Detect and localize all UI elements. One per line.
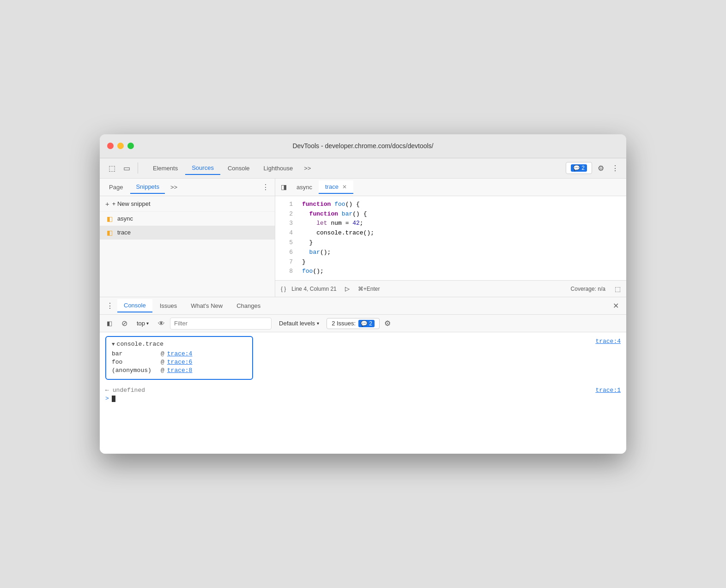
trace-header: ▼ console.trace <box>112 341 247 348</box>
collapse-sidebar-icon[interactable]: ◨ <box>277 180 290 193</box>
trace-row-bar: bar @ trace:4 <box>112 350 247 357</box>
line-numbers: 1 2 3 4 5 6 7 8 <box>275 200 298 276</box>
editor-tab-async[interactable]: async <box>290 181 319 193</box>
toolbar-right: 💬 2 ⚙ ⋮ <box>566 162 621 174</box>
tab-snippets[interactable]: Snippets <box>130 180 165 194</box>
trace-row-anon: (anonymous) @ trace:8 <box>112 367 247 374</box>
close-tab-icon[interactable]: ✕ <box>342 184 347 190</box>
console-content: ▼ console.trace bar @ trace:4 foo @ trac… <box>100 332 626 454</box>
default-levels-button[interactable]: Default levels ▾ <box>274 318 324 328</box>
code-line-2: function bar() { <box>302 210 623 219</box>
format-icon[interactable]: { } <box>281 286 286 292</box>
devtools-window: DevTools - developer.chrome.com/docs/dev… <box>100 134 626 454</box>
clear-console-icon[interactable]: ◧ <box>103 318 115 330</box>
main-area: Page Snippets >> ⋮ + + New snippet ◧ asy… <box>100 179 626 297</box>
prompt-chevron-icon: > <box>105 395 109 402</box>
coverage-text: Coverage: n/a <box>571 286 605 292</box>
line-num-2: 2 <box>281 210 293 219</box>
trace-link-bar[interactable]: trace:4 <box>167 350 193 357</box>
console-prompt[interactable]: > <box>105 395 621 402</box>
sidebar-item-trace[interactable]: ◧ trace <box>100 226 275 240</box>
trace-at-1: @ <box>161 359 164 366</box>
main-tabs: Elements Sources Console Lighthouse >> <box>146 162 564 175</box>
code-line-8: foo(); <box>302 267 623 276</box>
code-editor: 1 2 3 4 5 6 7 8 function foo() { functio… <box>275 196 626 280</box>
issues-count-button[interactable]: 2 Issues: 💬 2 <box>327 318 380 329</box>
tab-elements[interactable]: Elements <box>146 162 184 174</box>
line-num-6: 6 <box>281 248 293 258</box>
run-shortcut: ⌘+Enter <box>358 286 380 292</box>
sidebar-items: ◧ async ◧ trace <box>100 212 275 297</box>
undefined-location[interactable]: trace:1 <box>595 387 621 394</box>
chat-icon-2: 💬 <box>361 320 368 327</box>
editor-tabs: ◨ async trace ✕ <box>275 179 626 196</box>
sidebar-more-tabs-icon[interactable]: >> <box>167 181 181 193</box>
editor-status-bar: { } Line 4, Column 21 ▷ ⌘+Enter Coverage… <box>275 280 626 297</box>
undefined-row: ← undefined trace:1 <box>105 385 621 395</box>
trace-row-foo: foo @ trace:6 <box>112 359 247 366</box>
settings-icon[interactable]: ⚙ <box>596 162 606 174</box>
more-options-icon[interactable]: ⋮ <box>610 162 621 174</box>
run-button[interactable]: ▷ <box>342 284 352 294</box>
tab-issues-bottom[interactable]: Issues <box>153 300 184 312</box>
tab-console[interactable]: Console <box>221 162 256 174</box>
cursor-blink <box>112 396 115 402</box>
code-line-1: function foo() { <box>302 200 623 210</box>
tab-changes-bottom[interactable]: Changes <box>230 300 267 312</box>
trace-fn-bar: bar <box>112 350 158 357</box>
line-num-4: 4 <box>281 228 293 238</box>
close-bottom-panel-icon[interactable]: ✕ <box>609 300 623 312</box>
code-line-3: let num = 42; <box>302 219 623 228</box>
chevron-down-icon: ▾ <box>146 321 149 326</box>
more-tabs-icon[interactable]: >> <box>300 162 315 174</box>
issues-badge-button[interactable]: 💬 2 <box>566 162 592 174</box>
inspect-element-icon[interactable]: ⬚ <box>105 162 118 174</box>
prohibit-icon[interactable]: ⊘ <box>118 318 130 330</box>
file-orange-icon: ◧ <box>107 215 113 222</box>
minimize-button[interactable] <box>117 143 124 149</box>
file-orange-icon-2: ◧ <box>107 229 113 236</box>
filter-input[interactable] <box>170 318 272 330</box>
line-num-5: 5 <box>281 238 293 248</box>
console-toolbar: ◧ ⊘ top ▾ 👁 Default levels ▾ 2 Issues: 💬… <box>100 315 626 332</box>
top-context-selector[interactable]: top ▾ <box>133 318 152 328</box>
fullscreen-button[interactable] <box>127 143 134 149</box>
bottom-panel: ⋮ Console Issues What's New Changes ✕ ◧ … <box>100 297 626 454</box>
trace-link-anon[interactable]: trace:8 <box>167 367 193 374</box>
tab-console-bottom[interactable]: Console <box>117 299 152 312</box>
trace-at-0: @ <box>161 350 164 357</box>
sidebar: Page Snippets >> ⋮ + + New snippet ◧ asy… <box>100 179 275 297</box>
issues-badge-count: 💬 2 <box>358 320 375 327</box>
sidebar-item-async[interactable]: ◧ async <box>100 212 275 226</box>
eye-icon[interactable]: 👁 <box>155 318 167 330</box>
sidebar-menu-icon[interactable]: ⋮ <box>260 181 271 193</box>
coverage-icon[interactable]: ⬚ <box>615 285 621 293</box>
close-button[interactable] <box>107 143 114 149</box>
tab-lighthouse[interactable]: Lighthouse <box>257 162 300 174</box>
tab-page[interactable]: Page <box>103 181 128 193</box>
trace-fn-foo: foo <box>112 359 158 366</box>
trace-at-2: @ <box>161 367 164 374</box>
chat-icon: 💬 <box>573 165 580 171</box>
line-num-8: 8 <box>281 267 293 276</box>
bottom-panel-menu-icon[interactable]: ⋮ <box>103 300 116 312</box>
code-line-4: console.trace(); <box>302 228 623 238</box>
trace-group: ▼ console.trace bar @ trace:4 foo @ trac… <box>105 336 253 380</box>
editor-tab-trace[interactable]: trace ✕ <box>319 180 353 194</box>
bottom-tabs-bar: ⋮ Console Issues What's New Changes ✕ <box>100 297 626 315</box>
trace-link-foo[interactable]: trace:6 <box>167 359 193 366</box>
line-num-7: 7 <box>281 258 293 267</box>
trace-group-location[interactable]: trace:4 <box>595 338 621 345</box>
new-snippet-button[interactable]: + + New snippet <box>100 196 275 212</box>
device-toolbar-icon[interactable]: ▭ <box>120 162 133 174</box>
code-line-7: } <box>302 258 623 267</box>
tab-sources[interactable]: Sources <box>185 162 220 175</box>
line-num-3: 3 <box>281 219 293 228</box>
window-title: DevTools - developer.chrome.com/docs/dev… <box>292 142 433 150</box>
file-icon-async: ◧ <box>105 215 114 223</box>
console-settings-icon[interactable]: ⚙ <box>384 319 391 328</box>
tab-whats-new-bottom[interactable]: What's New <box>184 300 229 312</box>
traffic-lights <box>107 143 134 149</box>
expand-triangle-icon[interactable]: ▼ <box>112 342 115 347</box>
cursor-position: Line 4, Column 21 <box>291 286 336 292</box>
